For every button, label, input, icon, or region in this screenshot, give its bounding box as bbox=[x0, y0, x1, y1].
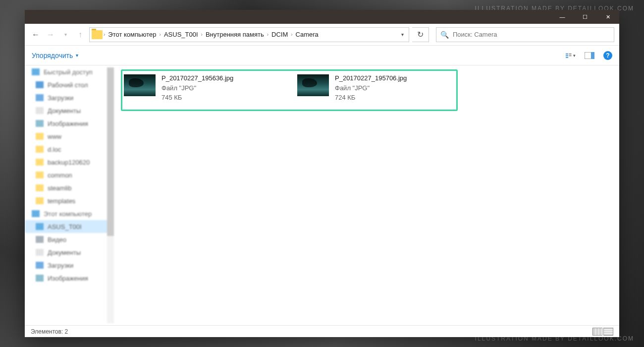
sidebar-item-icon bbox=[36, 249, 44, 256]
sidebar-item[interactable]: Загрузки bbox=[25, 91, 114, 104]
sidebar-item[interactable]: Изображения bbox=[25, 272, 114, 285]
sidebar-item-label: Загрузки bbox=[48, 94, 73, 102]
minimize-button[interactable]: — bbox=[551, 10, 574, 24]
sidebar-item-label: www bbox=[48, 133, 61, 140]
organize-menu[interactable]: Упорядочить ▾ bbox=[32, 52, 78, 59]
file-thumbnail bbox=[297, 74, 329, 96]
sidebar-item-icon bbox=[36, 236, 44, 243]
sidebar-item-icon bbox=[36, 197, 44, 204]
sidebar-item[interactable]: Загрузки bbox=[25, 259, 114, 272]
sidebar: Быстрый доступРабочий столЗагрузкиДокуме… bbox=[25, 65, 114, 325]
sidebar-item-label: Загрузки bbox=[48, 262, 73, 269]
sidebar-item[interactable]: Изображения bbox=[25, 117, 114, 130]
maximize-button[interactable]: ☐ bbox=[574, 10, 596, 24]
breadcrumb[interactable]: › Этот компьютер › ASUS_T00I › Внутрення… bbox=[89, 27, 409, 42]
sidebar-item-label: Видео bbox=[48, 236, 66, 243]
close-button[interactable]: ✕ bbox=[596, 10, 619, 24]
titlebar: — ☐ ✕ bbox=[25, 10, 619, 24]
sidebar-item-icon bbox=[36, 81, 44, 88]
refresh-button[interactable]: ↻ bbox=[412, 27, 429, 42]
up-button[interactable]: ↑ bbox=[74, 29, 86, 41]
svg-rect-3 bbox=[569, 53, 572, 54]
sidebar-item[interactable]: ASUS_T00I bbox=[25, 220, 114, 233]
status-bar: Элементов: 2 bbox=[25, 325, 619, 337]
chevron-right-icon: › bbox=[159, 32, 162, 37]
folder-icon bbox=[92, 30, 103, 39]
sidebar-item-label: steamlib bbox=[48, 184, 71, 192]
recent-dropdown[interactable]: ▾ bbox=[59, 29, 71, 41]
sidebar-item[interactable]: steamlib bbox=[25, 181, 114, 194]
sidebar-item[interactable]: templates bbox=[25, 194, 114, 207]
address-bar: ← → ▾ ↑ › Этот компьютер › ASUS_T00I › В… bbox=[25, 24, 619, 46]
sidebar-scrollbar-thumb[interactable] bbox=[107, 67, 114, 236]
back-button[interactable]: ← bbox=[30, 29, 42, 41]
sidebar-item[interactable]: Быстрый доступ bbox=[25, 65, 114, 78]
sidebar-item[interactable]: common bbox=[25, 169, 114, 181]
sidebar-item-icon bbox=[36, 184, 44, 191]
body: Быстрый доступРабочий столЗагрузкиДокуме… bbox=[25, 65, 619, 325]
explorer-window: — ☐ ✕ ← → ▾ ↑ › Этот компьютер › ASUS_T0… bbox=[25, 10, 619, 337]
layout-icons-button[interactable] bbox=[603, 328, 613, 336]
sidebar-item[interactable]: Этот компьютер bbox=[25, 207, 114, 220]
sidebar-item-icon bbox=[36, 146, 44, 153]
sidebar-item-label: Документы bbox=[48, 107, 81, 115]
svg-rect-1 bbox=[566, 55, 568, 56]
sidebar-item-label: Документы bbox=[48, 249, 81, 256]
chevron-right-icon: › bbox=[200, 32, 204, 37]
svg-rect-2 bbox=[566, 57, 568, 58]
chevron-right-icon: › bbox=[290, 32, 293, 37]
svg-rect-0 bbox=[566, 53, 568, 54]
sidebar-item[interactable]: d.loc bbox=[25, 143, 114, 156]
forward-button[interactable]: → bbox=[45, 29, 56, 41]
sidebar-item-label: d.loc bbox=[48, 146, 61, 153]
chevron-down-icon: ▾ bbox=[76, 53, 78, 58]
search-input[interactable] bbox=[453, 31, 610, 38]
layout-details-button[interactable] bbox=[592, 328, 602, 336]
search-box[interactable]: 🔍 bbox=[436, 27, 614, 42]
view-options-button[interactable]: ▾ bbox=[566, 51, 576, 60]
sidebar-item-icon bbox=[32, 210, 40, 217]
file-thumbnail bbox=[124, 74, 156, 96]
sidebar-item-label: templates bbox=[48, 197, 75, 205]
sidebar-item-icon bbox=[36, 94, 44, 101]
sidebar-item-icon bbox=[36, 120, 44, 127]
sidebar-item-label: backup120620 bbox=[48, 159, 90, 166]
crumb-dcim[interactable]: DCIM bbox=[269, 31, 290, 38]
sidebar-item[interactable]: Рабочий стол bbox=[25, 78, 114, 91]
help-button[interactable]: ? bbox=[603, 51, 612, 60]
sidebar-item[interactable]: Документы bbox=[25, 104, 114, 117]
crumb-storage[interactable]: Внутренняя память bbox=[204, 31, 266, 38]
sidebar-item[interactable]: Видео bbox=[25, 233, 114, 246]
sidebar-item[interactable]: backup120620 bbox=[25, 156, 114, 169]
svg-rect-4 bbox=[569, 55, 572, 56]
sidebar-item-icon bbox=[36, 172, 44, 178]
sidebar-item-label: Рабочий стол bbox=[48, 81, 88, 89]
item-count: Элементов: 2 bbox=[31, 328, 68, 335]
sidebar-item-label: Изображения bbox=[48, 120, 88, 127]
selection-highlight bbox=[121, 69, 458, 111]
crumb-camera[interactable]: Camera bbox=[294, 31, 321, 38]
sidebar-item-label: ASUS_T00I bbox=[48, 223, 82, 231]
crumb-this-pc[interactable]: Этот компьютер bbox=[106, 31, 158, 38]
preview-pane-button[interactable] bbox=[585, 51, 594, 60]
sidebar-item-label: Изображения bbox=[48, 275, 88, 282]
sidebar-item-icon bbox=[36, 262, 44, 269]
toolbar: Упорядочить ▾ ▾ ? bbox=[25, 46, 619, 65]
sidebar-item-icon bbox=[36, 107, 44, 114]
sidebar-item-icon bbox=[36, 159, 44, 166]
chevron-right-icon: › bbox=[266, 32, 269, 37]
sidebar-item-icon bbox=[36, 223, 44, 230]
file-pane[interactable]: P_20170227_195636.jpgФайл "JPG"745 КБP_2… bbox=[114, 65, 619, 325]
search-icon: 🔍 bbox=[440, 31, 449, 39]
sidebar-item[interactable]: www bbox=[25, 130, 114, 143]
crumb-device[interactable]: ASUS_T00I bbox=[162, 31, 200, 38]
sidebar-item-icon bbox=[32, 68, 40, 75]
sidebar-item-icon bbox=[36, 275, 44, 282]
sidebar-item[interactable]: Документы bbox=[25, 246, 114, 259]
organize-label: Упорядочить bbox=[32, 52, 73, 59]
sidebar-item-icon bbox=[36, 133, 44, 140]
svg-rect-6 bbox=[591, 52, 594, 59]
sidebar-item-label: common bbox=[48, 172, 72, 179]
breadcrumb-dropdown[interactable]: ▾ bbox=[398, 32, 407, 37]
sidebar-item-label: Быстрый доступ bbox=[44, 68, 93, 76]
